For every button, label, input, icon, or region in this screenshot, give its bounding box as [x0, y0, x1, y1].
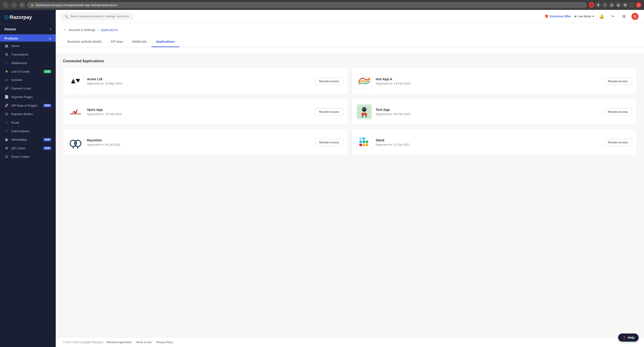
svg-point-4 — [363, 108, 364, 110]
sidebar-item-line-of-credit[interactable]: ★ Line of Credit LIVE — [0, 67, 56, 76]
smart-collect-icon: ⊡ — [4, 154, 8, 159]
help-label: Help — [628, 336, 634, 339]
acme-info: Acme Ltd Approved on: 25 May 2023 — [87, 77, 311, 85]
route-icon: ⊙ — [4, 120, 8, 124]
transactions-icon: ⊞ — [4, 52, 8, 56]
revoke-testapp-button[interactable]: Revoke Access — [604, 108, 632, 116]
svg-point-3 — [362, 107, 366, 112]
api-keys-icon: 🚀 — [4, 104, 8, 108]
sidebar-item-settlements[interactable]: ✓ Settlements — [0, 59, 56, 67]
testapp-info: Test App Approved on: 09 Feb 2023 — [376, 108, 600, 116]
refresh-button[interactable]: ↻ — [19, 2, 25, 8]
app-card-razorbot: Razorbot Approved on: 06 Jul 2022 Revoke… — [63, 129, 348, 156]
notification-bell-button[interactable]: 🔔 — [598, 12, 605, 20]
tab-business-website[interactable]: Business website details — [63, 37, 106, 47]
browser-chrome: ← → ↻ 🔒 dashboard.razorpay.com/app/websi… — [0, 0, 644, 10]
razorbot-approved: Approved on: 06 Jul 2022 — [87, 143, 311, 146]
live-mode-label: Live Mode — [578, 14, 591, 18]
logo-label: Razorpay — [10, 14, 32, 20]
sidebar: ⬡ Razorpay Partner ▾ Products ▲ ▦ Home ⊞… — [0, 10, 56, 347]
sidebar-item-api-keys[interactable]: 🚀 API Keys & Plugins NEW — [0, 101, 56, 110]
logo-area: ⬡ Razorpay — [0, 10, 56, 24]
svg-point-5 — [365, 108, 366, 110]
app-card-test-app-a: test App A Approved on: 14 Feb 2023 Revo… — [352, 68, 637, 94]
acme-approved: Approved on: 25 May 2023 — [87, 82, 311, 85]
partner-section[interactable]: Partner ▾ — [0, 24, 56, 34]
invoices-icon: ≡ — [4, 78, 8, 82]
products-section-header[interactable]: Products ▲ — [0, 34, 56, 42]
sidebar-item-label: Invoices — [11, 78, 51, 82]
upload-icon: ⬆ — [596, 2, 601, 8]
testa-name: test App A — [376, 77, 600, 81]
sidebar-item-payment-pages[interactable]: 📄 Payment Pages — [0, 92, 56, 101]
topbar-right: 🎁 Exclusive Offer Live Mode ▾ 🔔 〜 ⊞ S — [545, 12, 638, 20]
testapp-name: Test App — [376, 108, 600, 112]
svg-rect-15 — [366, 140, 368, 143]
revoke-testa-button[interactable]: Revoke Access — [604, 78, 632, 85]
search-bar[interactable]: 🔍 — [61, 13, 133, 20]
live-mode-toggle[interactable]: Live Mode ▾ — [574, 14, 594, 18]
new-badge: NEW — [43, 104, 51, 107]
spire-logo — [68, 104, 83, 120]
spire-info: Spire App Approved on: 10 Feb 2023 — [87, 108, 311, 116]
sidebar-item-label: QR Codes — [11, 146, 41, 150]
tab-api-keys[interactable]: API keys — [106, 37, 128, 47]
sidebar-item-payment-button[interactable]: ⊡ Payment Button — [0, 110, 56, 118]
sidebar-item-home[interactable]: ▦ Home — [0, 42, 56, 50]
forward-button[interactable]: → — [11, 2, 17, 8]
app-card-spire: Spire App Approved on: 10 Feb 2023 Revok… — [63, 98, 348, 125]
svg-rect-19 — [359, 140, 362, 143]
sidebar-item-invoices[interactable]: ≡ Invoices — [0, 76, 56, 84]
footer-dot-3: · — [174, 341, 175, 344]
back-button[interactable]: ← — [3, 2, 9, 8]
sidebar-item-qr-codes[interactable]: ⊞ QR Codes NEW — [0, 144, 56, 152]
sidebar-item-route[interactable]: ⊙ Route — [0, 118, 56, 127]
sidebar-item-label: Smart Collect — [11, 155, 51, 158]
sidebar-item-subscriptions[interactable]: ↻ Subscriptions — [0, 127, 56, 135]
sidebar-item-label: Affordability — [11, 138, 41, 141]
sidebar-item-payment-links[interactable]: 🔗 Payment Links — [0, 84, 56, 92]
footer-merchant-agreement-link[interactable]: Merchant Agreement — [106, 341, 132, 344]
breadcrumb-current: Applications — [101, 28, 118, 32]
sidebar-item-label: Home — [11, 44, 51, 48]
apps-grid: Acme Ltd Approved on: 25 May 2023 Revoke… — [63, 68, 637, 156]
tab-webhooks[interactable]: Webhooks — [128, 37, 152, 47]
activity-button[interactable]: 〜 — [609, 12, 616, 20]
help-button[interactable]: ❓ Help — [618, 334, 638, 342]
breadcrumb-back-button[interactable]: ← — [63, 28, 67, 32]
lock-icon: 🔒 — [30, 4, 34, 6]
sidebar-item-affordability[interactable]: ▣ Affordability NEW — [0, 135, 56, 144]
search-icon: 🔍 — [64, 14, 68, 18]
revoke-acme-button[interactable]: Revoke Access — [315, 78, 343, 85]
breadcrumb-separator-icon: > — [97, 28, 99, 32]
url-bar[interactable]: 🔒 dashboard.razorpay.com/app/website-app… — [27, 2, 587, 8]
footer-terms-link[interactable]: Terms of Use — [136, 341, 152, 344]
svg-rect-14 — [362, 140, 365, 143]
testa-logo — [356, 73, 372, 89]
revoke-slack-button[interactable]: Revoke Access — [604, 139, 632, 146]
main-content: ← Account & Settings > Applications Busi… — [56, 23, 644, 347]
payment-pages-icon: 📄 — [4, 95, 8, 99]
sidebar-item-label: Payment Links — [11, 87, 51, 90]
spire-approved: Approved on: 10 Feb 2023 — [87, 112, 311, 116]
exclusive-offer-button[interactable]: 🎁 Exclusive Offer — [545, 14, 571, 18]
sidebar-item-label: Transactions — [11, 53, 51, 56]
avatar[interactable]: S — [632, 13, 638, 20]
sidebar-item-label: Payment Pages — [11, 95, 51, 99]
sidebar-item-smart-collect[interactable]: ⊡ Smart Collect — [0, 152, 56, 161]
tab-applications[interactable]: Applications — [152, 37, 179, 47]
tabs-nav: Business website details API keys Webhoo… — [56, 37, 644, 47]
products-label: Products — [4, 37, 18, 40]
subscriptions-icon: ↻ — [4, 129, 8, 133]
apps-grid-button[interactable]: ⊞ — [620, 12, 628, 20]
sidebar-item-transactions[interactable]: ⊞ Transactions — [0, 50, 56, 59]
topbar: 🔍 🎁 Exclusive Offer Live Mode ▾ 🔔 〜 ⊞ S — [56, 10, 644, 23]
razorbot-name: Razorbot — [87, 138, 311, 142]
search-input[interactable] — [70, 14, 130, 18]
google-icon: G — [589, 2, 594, 8]
breadcrumb: ← Account & Settings > Applications — [63, 28, 637, 32]
revoke-spire-button[interactable]: Revoke Access — [315, 108, 343, 116]
content-area: Connected Applications Acme Ltd Appr — [56, 54, 644, 337]
footer-privacy-link[interactable]: Privacy Policy — [156, 341, 173, 344]
revoke-razorbot-button[interactable]: Revoke Access — [315, 139, 343, 146]
